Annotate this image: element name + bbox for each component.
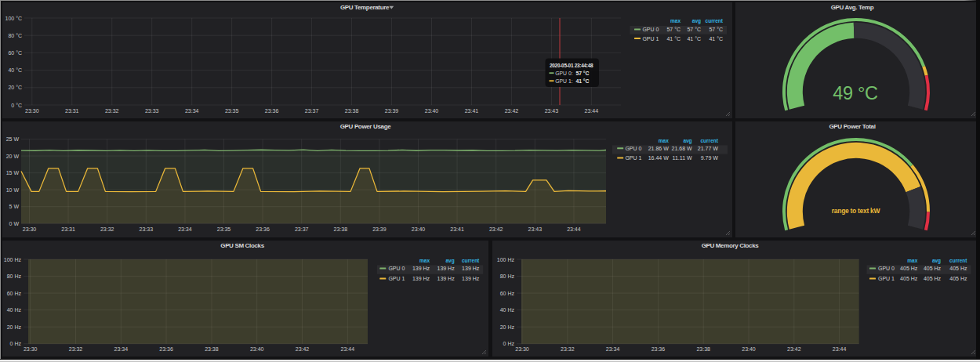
svg-text:20 W: 20 W xyxy=(6,154,20,159)
svg-text:40 °C: 40 °C xyxy=(8,67,22,73)
svg-text:23:32: 23:32 xyxy=(100,226,114,232)
svg-text:23:30: 23:30 xyxy=(25,108,39,114)
svg-text:405 Hz: 405 Hz xyxy=(900,276,918,281)
svg-text:10 W: 10 W xyxy=(6,187,20,193)
svg-text:49 °C: 49 °C xyxy=(833,83,878,103)
svg-text:41 °C: 41 °C xyxy=(575,78,589,84)
svg-text:25 W: 25 W xyxy=(6,136,20,142)
svg-text:0 °C: 0 °C xyxy=(11,103,22,108)
svg-text:139 Hz: 139 Hz xyxy=(462,276,480,281)
svg-text:23:32: 23:32 xyxy=(105,108,119,114)
svg-text:GPU Power Usage: GPU Power Usage xyxy=(340,123,391,130)
svg-text:current: current xyxy=(949,258,967,263)
svg-text:23:30: 23:30 xyxy=(515,346,529,352)
svg-text:23:44: 23:44 xyxy=(833,346,847,352)
svg-text:40 Hz: 40 Hz xyxy=(7,307,22,313)
svg-text:current: current xyxy=(462,258,480,263)
svg-text:5 W: 5 W xyxy=(9,204,20,209)
svg-text:GPU 0: GPU 0 xyxy=(388,266,405,271)
svg-text:avg: avg xyxy=(692,18,701,24)
svg-text:60 Hz: 60 Hz xyxy=(7,291,22,296)
svg-text:23:37: 23:37 xyxy=(295,226,309,232)
svg-text:23:32: 23:32 xyxy=(561,346,575,352)
svg-text:23:40: 23:40 xyxy=(742,346,756,352)
svg-text:405 Hz: 405 Hz xyxy=(924,266,942,271)
svg-text:21.86 W: 21.86 W xyxy=(648,146,669,151)
svg-text:23:33: 23:33 xyxy=(145,108,159,114)
svg-text:max: max xyxy=(670,18,681,24)
svg-text:139 Hz: 139 Hz xyxy=(462,266,480,271)
svg-text:41 °C: 41 °C xyxy=(687,36,701,42)
svg-text:57 °C: 57 °C xyxy=(666,27,681,32)
svg-text:20 Hz: 20 Hz xyxy=(7,324,22,330)
svg-text:139 Hz: 139 Hz xyxy=(437,266,456,271)
svg-text:405 Hz: 405 Hz xyxy=(900,266,918,271)
svg-text:avg: avg xyxy=(932,258,941,264)
svg-text:GPU 1: GPU 1 xyxy=(878,276,895,281)
svg-text:0 Hz: 0 Hz xyxy=(10,341,22,346)
svg-text:2020-05-01 23:44:48: 2020-05-01 23:44:48 xyxy=(550,63,593,68)
svg-text:23:34: 23:34 xyxy=(185,108,199,114)
svg-text:23:43: 23:43 xyxy=(528,226,543,232)
svg-text:23:41: 23:41 xyxy=(450,226,464,232)
svg-text:23:34: 23:34 xyxy=(178,226,192,232)
svg-text:GPU Power Total: GPU Power Total xyxy=(829,123,875,130)
svg-text:21.68 W: 21.68 W xyxy=(672,146,692,151)
svg-text:9.79 W: 9.79 W xyxy=(701,155,719,161)
svg-text:57 °C: 57 °C xyxy=(687,27,701,32)
svg-text:23:30: 23:30 xyxy=(24,346,38,352)
svg-text:41 °C: 41 °C xyxy=(709,36,723,42)
svg-text:GPU 0: GPU 0 xyxy=(878,266,895,271)
svg-text:23:39: 23:39 xyxy=(372,226,387,232)
svg-text:GPU 1:: GPU 1: xyxy=(555,78,572,84)
svg-text:GPU Memory Clocks: GPU Memory Clocks xyxy=(702,242,760,249)
svg-text:23:33: 23:33 xyxy=(140,226,154,232)
svg-text:23:42: 23:42 xyxy=(787,346,801,352)
svg-text:20 °C: 20 °C xyxy=(8,85,22,90)
svg-text:16.44 W: 16.44 W xyxy=(648,155,669,161)
svg-text:23:31: 23:31 xyxy=(61,226,75,232)
svg-text:80 °C: 80 °C xyxy=(8,33,22,38)
svg-text:23:31: 23:31 xyxy=(65,108,79,114)
svg-text:23:42: 23:42 xyxy=(296,346,310,352)
svg-text:23:39: 23:39 xyxy=(385,108,399,114)
svg-text:23:38: 23:38 xyxy=(696,346,710,352)
svg-text:max: max xyxy=(659,138,669,143)
svg-text:23:34: 23:34 xyxy=(114,346,129,352)
svg-text:23:44: 23:44 xyxy=(567,226,581,232)
svg-text:100 °C: 100 °C xyxy=(5,16,22,21)
svg-text:23:36: 23:36 xyxy=(652,346,666,352)
svg-text:0 W: 0 W xyxy=(9,221,20,226)
svg-text:57 °C: 57 °C xyxy=(709,27,723,32)
svg-text:23:43: 23:43 xyxy=(545,108,559,114)
svg-text:100 Hz: 100 Hz xyxy=(497,257,515,262)
svg-text:GPU SM Clocks: GPU SM Clocks xyxy=(220,242,264,249)
svg-text:GPU 0:: GPU 0: xyxy=(555,71,572,76)
svg-text:23:34: 23:34 xyxy=(606,346,620,352)
svg-text:23:32: 23:32 xyxy=(69,346,83,352)
svg-text:GPU 0: GPU 0 xyxy=(625,146,641,151)
svg-text:23:42: 23:42 xyxy=(505,108,519,114)
svg-text:23:44: 23:44 xyxy=(585,108,599,114)
svg-text:range to text kW: range to text kW xyxy=(832,207,881,215)
svg-text:GPU Avg. Temp: GPU Avg. Temp xyxy=(831,4,874,11)
svg-text:23:42: 23:42 xyxy=(489,226,503,232)
svg-text:23:38: 23:38 xyxy=(345,108,359,114)
svg-text:57 °C: 57 °C xyxy=(575,71,589,76)
svg-text:60 °C: 60 °C xyxy=(8,50,22,56)
svg-text:23:40: 23:40 xyxy=(412,226,426,232)
svg-text:21.77 W: 21.77 W xyxy=(698,146,718,151)
svg-text:405 Hz: 405 Hz xyxy=(949,266,967,271)
svg-text:23:30: 23:30 xyxy=(23,226,37,232)
svg-text:current: current xyxy=(706,18,724,24)
svg-text:139 Hz: 139 Hz xyxy=(437,276,456,281)
svg-text:0 Hz: 0 Hz xyxy=(503,341,515,346)
svg-text:GPU Temperature: GPU Temperature xyxy=(340,4,390,11)
svg-text:23:36: 23:36 xyxy=(159,346,173,352)
svg-text:max: max xyxy=(907,258,917,263)
svg-text:GPU 1: GPU 1 xyxy=(388,276,405,281)
svg-text:23:35: 23:35 xyxy=(225,108,239,114)
svg-text:avg: avg xyxy=(445,258,454,264)
svg-text:23:38: 23:38 xyxy=(334,226,348,232)
svg-text:139 Hz: 139 Hz xyxy=(412,266,430,271)
